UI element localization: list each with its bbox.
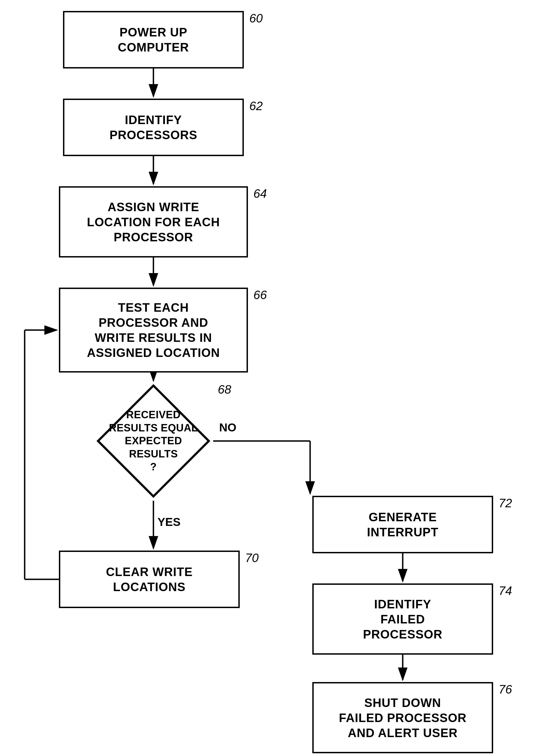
clear-write-box: CLEAR WRITE LOCATIONS	[59, 551, 240, 608]
identify-proc-box: IDENTIFY PROCESSORS	[63, 99, 244, 156]
identify-failed-label: IDENTIFY FAILED PROCESSOR	[363, 597, 442, 642]
label-74: 74	[499, 584, 512, 598]
yes-label: YES	[158, 516, 181, 528]
test-each-label: TEST EACH PROCESSOR AND WRITE RESULTS IN…	[87, 300, 220, 360]
label-64: 64	[253, 187, 267, 201]
label-76: 76	[499, 683, 512, 696]
generate-int-label: GENERATE INTERRUPT	[367, 509, 439, 540]
clear-write-label: CLEAR WRITE LOCATIONS	[106, 564, 193, 594]
label-70: 70	[245, 551, 259, 565]
shut-down-label: SHUT DOWN FAILED PROCESSOR AND ALERT USE…	[339, 695, 467, 740]
assign-write-box: ASSIGN WRITE LOCATION FOR EACH PROCESSOR	[59, 186, 248, 257]
identify-failed-box: IDENTIFY FAILED PROCESSOR	[312, 583, 493, 655]
diamond-wrapper: RECEIVEDRESULTS EQUALEXPECTEDRESULTS?	[95, 382, 212, 500]
label-60: 60	[249, 12, 263, 25]
no-label: NO	[219, 421, 236, 434]
power-up-box: POWER UP COMPUTER	[63, 11, 244, 68]
label-62: 62	[249, 99, 263, 113]
label-68: 68	[218, 383, 231, 396]
assign-write-label: ASSIGN WRITE LOCATION FOR EACH PROCESSOR	[87, 199, 220, 245]
generate-int-box: GENERATE INTERRUPT	[312, 496, 493, 553]
label-66: 66	[253, 288, 267, 302]
power-up-label: POWER UP COMPUTER	[118, 25, 189, 55]
identify-proc-label: IDENTIFY PROCESSORS	[110, 112, 198, 142]
decision-diamond: RECEIVEDRESULTS EQUALEXPECTEDRESULTS?	[96, 383, 211, 499]
label-72: 72	[499, 496, 512, 510]
diamond-label: RECEIVEDRESULTS EQUALEXPECTEDRESULTS?	[104, 408, 204, 474]
test-each-box: TEST EACH PROCESSOR AND WRITE RESULTS IN…	[59, 288, 248, 373]
flowchart: NO YES POWER UP COMPUTER 60 IDENTIFY PRO…	[0, 0, 546, 756]
shut-down-box: SHUT DOWN FAILED PROCESSOR AND ALERT USE…	[312, 682, 493, 753]
